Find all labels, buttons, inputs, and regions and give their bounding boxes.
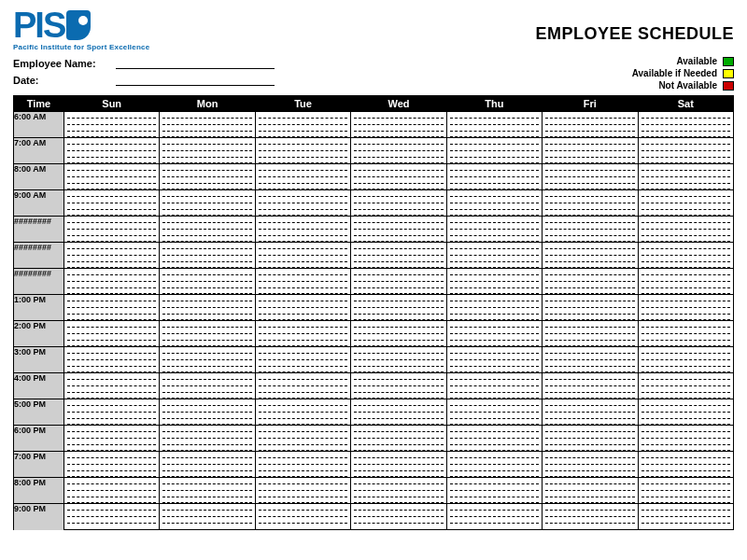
schedule-cell[interactable] [64,177,160,184]
schedule-cell[interactable] [255,341,350,347]
schedule-cell[interactable] [446,256,542,262]
schedule-cell[interactable] [638,471,733,478]
schedule-cell[interactable] [351,132,446,138]
schedule-cell[interactable] [255,132,350,138]
schedule-cell[interactable] [64,321,160,328]
schedule-cell[interactable] [446,243,542,249]
schedule-cell[interactable] [351,524,446,530]
schedule-cell[interactable] [255,406,350,413]
schedule-cell[interactable] [543,315,638,321]
schedule-cell[interactable] [351,138,446,145]
schedule-cell[interactable] [446,197,542,203]
schedule-cell[interactable] [446,360,542,367]
schedule-cell[interactable] [638,315,733,321]
schedule-cell[interactable] [255,386,350,393]
schedule-cell[interactable] [255,328,350,334]
schedule-cell[interactable] [446,432,542,439]
schedule-cell[interactable] [446,282,542,288]
schedule-cell[interactable] [543,445,638,452]
schedule-cell[interactable] [543,413,638,419]
schedule-cell[interactable] [543,112,638,119]
schedule-cell[interactable] [160,223,255,230]
schedule-cell[interactable] [638,203,733,210]
schedule-cell[interactable] [351,282,446,288]
schedule-cell[interactable] [446,236,542,243]
schedule-cell[interactable] [160,524,255,530]
schedule-cell[interactable] [160,406,255,413]
schedule-cell[interactable] [160,112,255,119]
schedule-cell[interactable] [64,171,160,177]
schedule-cell[interactable] [638,347,733,354]
schedule-cell[interactable] [160,439,255,445]
schedule-cell[interactable] [638,288,733,295]
schedule-cell[interactable] [160,190,255,197]
schedule-cell[interactable] [255,491,350,497]
schedule-cell[interactable] [255,393,350,399]
schedule-cell[interactable] [64,256,160,262]
schedule-cell[interactable] [255,432,350,439]
schedule-cell[interactable] [255,138,350,145]
schedule-cell[interactable] [160,321,255,328]
schedule-cell[interactable] [255,373,350,380]
schedule-cell[interactable] [638,524,733,530]
schedule-cell[interactable] [351,275,446,282]
schedule-cell[interactable] [255,262,350,269]
schedule-cell[interactable] [255,517,350,524]
schedule-cell[interactable] [160,413,255,419]
schedule-cell[interactable] [160,125,255,132]
schedule-cell[interactable] [638,321,733,328]
schedule-cell[interactable] [351,269,446,275]
schedule-cell[interactable] [160,158,255,164]
schedule-cell[interactable] [446,315,542,321]
schedule-cell[interactable] [351,386,446,393]
schedule-cell[interactable] [543,354,638,360]
schedule-cell[interactable] [351,328,446,334]
schedule-cell[interactable] [64,151,160,158]
schedule-cell[interactable] [351,497,446,504]
schedule-cell[interactable] [446,367,542,373]
schedule-cell[interactable] [64,341,160,347]
schedule-cell[interactable] [638,341,733,347]
schedule-cell[interactable] [64,295,160,301]
schedule-cell[interactable] [351,256,446,262]
schedule-cell[interactable] [446,478,542,484]
schedule-cell[interactable] [351,295,446,301]
schedule-cell[interactable] [160,354,255,360]
schedule-cell[interactable] [638,373,733,380]
schedule-cell[interactable] [351,373,446,380]
schedule-cell[interactable] [64,158,160,164]
schedule-cell[interactable] [255,471,350,478]
schedule-cell[interactable] [160,164,255,171]
schedule-cell[interactable] [351,432,446,439]
schedule-cell[interactable] [160,262,255,269]
schedule-cell[interactable] [160,177,255,184]
schedule-cell[interactable] [351,445,446,452]
schedule-cell[interactable] [160,484,255,491]
schedule-cell[interactable] [543,243,638,249]
schedule-cell[interactable] [543,426,638,432]
schedule-cell[interactable] [543,125,638,132]
schedule-cell[interactable] [543,478,638,484]
schedule-cell[interactable] [160,367,255,373]
schedule-cell[interactable] [543,321,638,328]
schedule-cell[interactable] [160,275,255,282]
schedule-cell[interactable] [446,177,542,184]
schedule-cell[interactable] [64,452,160,458]
schedule-cell[interactable] [64,223,160,230]
schedule-cell[interactable] [446,210,542,217]
schedule-cell[interactable] [446,262,542,269]
schedule-cell[interactable] [446,112,542,119]
schedule-cell[interactable] [64,112,160,119]
schedule-cell[interactable] [255,217,350,223]
schedule-cell[interactable] [255,203,350,210]
schedule-cell[interactable] [255,112,350,119]
schedule-cell[interactable] [255,452,350,458]
schedule-cell[interactable] [64,132,160,138]
schedule-cell[interactable] [255,524,350,530]
schedule-cell[interactable] [543,256,638,262]
schedule-cell[interactable] [638,151,733,158]
schedule-cell[interactable] [64,354,160,360]
schedule-cell[interactable] [64,471,160,478]
schedule-cell[interactable] [543,119,638,125]
schedule-cell[interactable] [351,203,446,210]
